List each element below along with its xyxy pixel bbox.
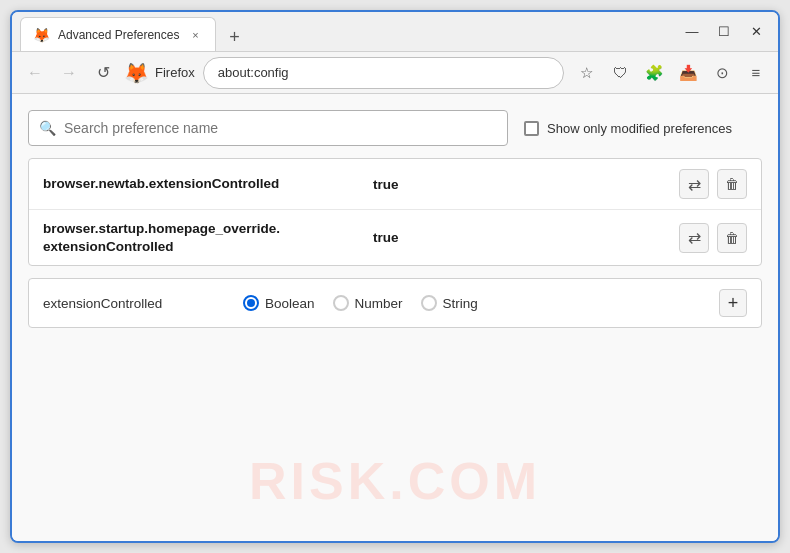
add-pref-row: extensionControlled Boolean Number Strin… <box>28 278 762 328</box>
radio-boolean[interactable]: Boolean <box>243 295 315 311</box>
show-modified-text: Show only modified preferences <box>547 121 732 136</box>
window-controls: — ☐ ✕ <box>678 18 770 46</box>
refresh-button[interactable]: ↺ <box>88 58 118 88</box>
tab-title: Advanced Preferences <box>58 28 179 42</box>
radio-string[interactable]: String <box>421 295 478 311</box>
watermark: RISK.COM <box>249 451 541 511</box>
firefox-name-label: Firefox <box>155 65 195 80</box>
tab-close-button[interactable]: × <box>187 27 203 43</box>
pref-name-2-line1: browser.startup.homepage_override. <box>43 221 280 236</box>
minimize-button[interactable]: — <box>678 18 706 46</box>
results-table: browser.newtab.extensionControlled true … <box>28 158 762 266</box>
address-text: about:config <box>218 65 289 80</box>
shield-icon[interactable]: 🛡 <box>606 59 634 87</box>
reset-button-2[interactable] <box>679 223 709 253</box>
history-icon[interactable]: ⊙ <box>708 59 736 87</box>
search-row: 🔍 extensionControlled Show only modified… <box>28 110 762 146</box>
show-modified-checkbox[interactable] <box>524 121 539 136</box>
show-modified-label[interactable]: Show only modified preferences <box>524 121 732 136</box>
close-button[interactable]: ✕ <box>742 18 770 46</box>
trash-icon <box>725 175 739 193</box>
radio-number-label: Number <box>355 296 403 311</box>
address-bar[interactable]: about:config <box>203 57 564 89</box>
forward-button[interactable]: → <box>54 58 84 88</box>
search-icon: 🔍 <box>39 120 56 136</box>
active-tab[interactable]: 🦊 Advanced Preferences × <box>20 17 216 51</box>
pref-name-2-line2: extensionControlled <box>43 239 174 254</box>
content-area: RISK.COM 🔍 extensionControlled Show only… <box>12 94 778 541</box>
table-row: browser.startup.homepage_override. exten… <box>29 210 761 265</box>
delete-button-2[interactable] <box>717 223 747 253</box>
row-actions-2 <box>679 223 747 253</box>
radio-string-label: String <box>443 296 478 311</box>
menu-icon[interactable]: ≡ <box>742 59 770 87</box>
arrows-icon <box>688 228 701 247</box>
firefox-logo-icon: 🦊 <box>124 61 149 85</box>
pref-name-1: browser.newtab.extensionControlled <box>43 175 373 193</box>
bookmark-icon[interactable]: ☆ <box>572 59 600 87</box>
extension-icon[interactable]: 🧩 <box>640 59 668 87</box>
search-input[interactable]: extensionControlled <box>64 120 497 136</box>
arrows-icon <box>688 175 701 194</box>
row-actions-1 <box>679 169 747 199</box>
radio-boolean-circle[interactable] <box>243 295 259 311</box>
radio-number-circle[interactable] <box>333 295 349 311</box>
add-pref-button[interactable]: + <box>719 289 747 317</box>
browser-window: 🦊 Advanced Preferences × + — ☐ ✕ ← → ↺ 🦊… <box>10 10 780 543</box>
radio-string-circle[interactable] <box>421 295 437 311</box>
nav-icons-right: ☆ 🛡 🧩 📥 ⊙ ≡ <box>572 59 770 87</box>
nav-bar: ← → ↺ 🦊 Firefox about:config ☆ 🛡 🧩 📥 ⊙ ≡ <box>12 52 778 94</box>
pref-name-2: browser.startup.homepage_override. exten… <box>43 220 373 255</box>
download-icon[interactable]: 📥 <box>674 59 702 87</box>
back-button[interactable]: ← <box>20 58 50 88</box>
restore-button[interactable]: ☐ <box>710 18 738 46</box>
type-radio-group: Boolean Number String <box>243 295 719 311</box>
pref-value-1: true <box>373 177 679 192</box>
delete-button-1[interactable] <box>717 169 747 199</box>
tab-area: 🦊 Advanced Preferences × + <box>20 12 670 51</box>
title-bar: 🦊 Advanced Preferences × + — ☐ ✕ <box>12 12 778 52</box>
reset-button-1[interactable] <box>679 169 709 199</box>
search-box-container: 🔍 extensionControlled <box>28 110 508 146</box>
radio-boolean-label: Boolean <box>265 296 315 311</box>
table-row: browser.newtab.extensionControlled true <box>29 159 761 210</box>
tab-favicon: 🦊 <box>33 27 50 43</box>
pref-value-2: true <box>373 230 679 245</box>
add-pref-name: extensionControlled <box>43 296 243 311</box>
new-tab-button[interactable]: + <box>220 23 248 51</box>
trash-icon <box>725 229 739 247</box>
radio-number[interactable]: Number <box>333 295 403 311</box>
